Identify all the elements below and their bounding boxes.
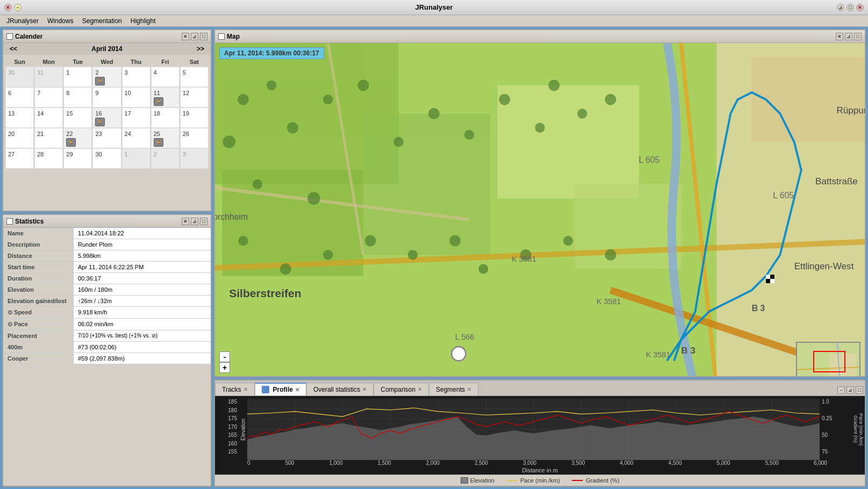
cal-cell[interactable]: 16🏃 [92,107,121,128]
cal-cell[interactable]: 14 [34,107,63,128]
stats-close-btn[interactable]: ✕ [182,218,189,225]
title-close-button[interactable]: ✕ [856,4,864,11]
cal-cell[interactable]: 15 [63,107,92,128]
cal-cell[interactable]: 8 [63,87,92,107]
minimize-button[interactable]: − [14,4,21,11]
stats-max-btn[interactable]: □ [200,218,207,225]
tab-segments-close[interactable]: ✕ [467,386,471,392]
svg-text:L 605: L 605 [773,191,794,200]
stats-row-cooper: Cooper #59 (2,097.838m) [3,353,211,364]
y-label-180: 180 [217,407,237,413]
cal-cell[interactable]: 9 [92,87,121,107]
map-restore-btn[interactable]: ⊿ [845,33,852,40]
stats-value-name: 11.04.2014 18:22 [73,228,211,239]
svg-point-28 [605,94,616,105]
cal-cell[interactable]: 2🏃 [92,67,121,87]
cal-cell[interactable]: 5 [180,67,209,87]
calendar-close-btn[interactable]: ✕ [182,33,189,40]
menu-highlight[interactable]: Highlight [126,16,160,26]
svg-text:L 605: L 605 [639,155,660,164]
bottom-panel-min-btn[interactable]: − [837,386,845,394]
menu-windows[interactable]: Windows [43,16,78,26]
map-svg: L 605 L 605 B 3 B 3 L 566 K 3581 K 3581 … [215,43,865,377]
x-5500: 5,500 [765,460,779,466]
svg-point-18 [357,80,369,91]
cal-cell[interactable]: 13 [5,107,34,128]
stats-restore-btn[interactable]: ⊿ [191,218,198,225]
map-background[interactable]: L 605 L 605 B 3 B 3 L 566 K 3581 K 3581 … [215,43,865,377]
map-zoom-in-btn[interactable]: + [219,362,230,373]
map-close-btn[interactable]: ✕ [836,33,843,40]
stats-row-speed: ⊙ Speed 9.918 km/h [3,307,211,319]
bottom-panel-restore-btn[interactable]: ⊿ [847,386,854,394]
bottom-panel-max-btn[interactable]: □ [856,386,863,394]
cal-cell[interactable]: 29 [63,148,92,169]
tab-overall-stats-close[interactable]: ✕ [362,386,367,392]
cal-cell[interactable]: 17 [122,107,150,128]
tab-comparison-label: Comparison [381,386,415,393]
menu-jrunalyser[interactable]: JRunalyser [2,16,43,26]
map-max-btn[interactable]: □ [854,33,862,40]
stats-value-pace: 06:02 min/km [73,319,211,330]
cal-hdr-sun: Sun [5,57,34,67]
cal-cell[interactable]: 24 [122,128,150,148]
statistics-icon [6,218,13,225]
map-minimap [796,342,860,377]
cal-cell[interactable]: 3 [122,67,150,87]
calendar-next-btn[interactable]: >> [195,45,206,53]
x-6000: 6,000 [814,460,827,466]
cal-cell[interactable]: 3 [180,148,209,169]
cal-cell[interactable]: 20 [5,128,34,148]
map-zoom-out-btn[interactable]: - [219,351,230,362]
cal-cell[interactable]: 28 [34,148,63,169]
tab-tracks[interactable]: Tracks ✕ [215,383,255,395]
tab-comparison[interactable]: Comparison ✕ [374,383,429,395]
calendar-week-5: 27 28 29 30 1 2 3 [5,148,209,169]
cal-cell[interactable]: 4 [151,67,180,87]
tab-profile[interactable]: Profile ✕ [255,383,306,395]
tab-tracks-close[interactable]: ✕ [243,386,248,392]
calendar-restore-btn[interactable]: ⊿ [191,33,198,40]
stats-label-place: Placement [3,330,73,341]
svg-rect-4 [498,85,639,198]
cal-cell[interactable]: 12 [180,87,209,107]
tab-profile-close[interactable]: ✕ [295,387,299,393]
cal-cell[interactable]: 1 [122,148,150,169]
calendar-max-btn[interactable]: □ [200,33,207,40]
tab-comparison-close[interactable]: ✕ [418,386,422,392]
calendar-header-row: Sun Mon Tue Wed Thu Fri Sat [5,57,209,67]
close-button[interactable]: ✕ [4,4,12,11]
restore-button[interactable]: ⊿ [837,4,844,11]
chart-area: 185 180 175 170 165 160 155 Elevation [215,396,865,474]
cal-cell[interactable]: 18 [151,107,180,128]
cal-cell[interactable]: 25🏃 [151,128,180,148]
cal-cell[interactable]: 30 [92,148,121,169]
cal-cell[interactable]: 31 [34,67,63,87]
cal-cell[interactable]: 6 [5,87,34,107]
cal-cell[interactable]: 19 [180,107,209,128]
cal-cell[interactable]: 27 [5,148,34,169]
cal-cell[interactable]: 10 [122,87,150,107]
cal-cell[interactable]: 1 [63,67,92,87]
tab-segments-label: Segments [436,386,465,393]
svg-point-13 [238,94,249,105]
cal-cell[interactable]: 23 [92,128,121,148]
svg-rect-7 [752,57,865,142]
tab-segments[interactable]: Segments ✕ [429,383,478,395]
calendar-prev-btn[interactable]: << [8,45,19,53]
cal-cell[interactable]: 30 [5,67,34,87]
cal-cell[interactable]: 21 [34,128,63,148]
svg-point-25 [535,123,544,133]
calendar-panel: Calender ✕ ⊿ □ << April 2014 >> Sun Mon … [2,29,212,212]
menu-segmentation[interactable]: Segmentation [78,16,126,26]
cal-cell[interactable]: 2 [151,148,180,169]
cal-cell[interactable]: 22🏃 [63,128,92,148]
calendar-week-4: 20 21 22🏃 23 24 25🏃 26 [5,128,209,148]
maximize-button[interactable]: □ [847,4,854,11]
stats-value-elevgl: ↑26m / ↓32m [73,296,211,306]
cal-cell-apr11[interactable]: 11🏃 [151,87,180,107]
cal-cell[interactable]: 26 [180,128,209,148]
cal-cell[interactable]: 7 [34,87,63,107]
tab-overall-stats[interactable]: Overall statistics ✕ [306,383,374,395]
y-label-160: 160 [217,441,237,447]
